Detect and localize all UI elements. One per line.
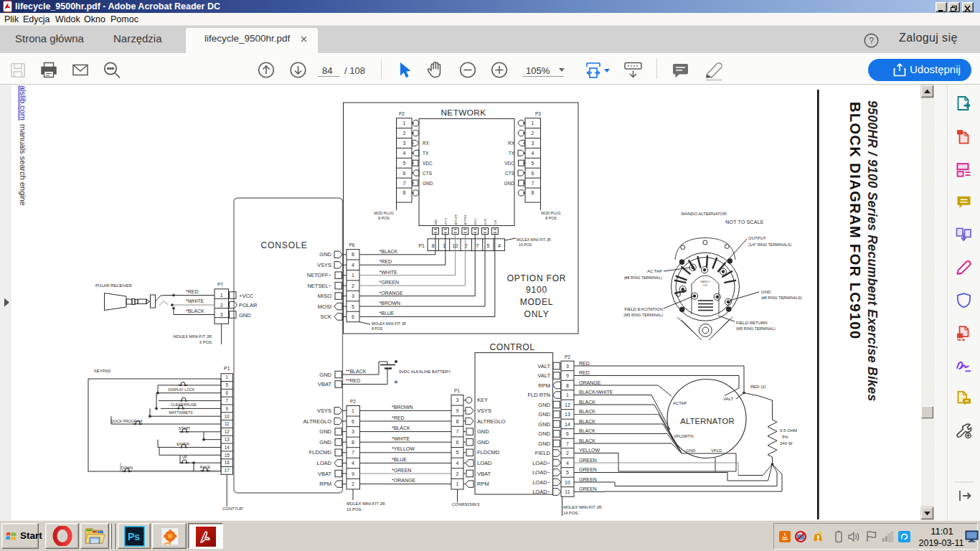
svg-text:10: 10 [565, 480, 570, 485]
svg-text:CTS: CTS [505, 171, 515, 176]
svg-text:1: 1 [225, 375, 228, 380]
svg-text:GND: GND [761, 290, 771, 294]
svg-text:3: 3 [403, 141, 406, 146]
svg-text:7: 7 [403, 181, 406, 186]
svg-text:P3: P3 [535, 111, 541, 116]
svg-text:2: 2 [566, 451, 569, 456]
svg-text:*BROWN: *BROWN [392, 405, 413, 410]
svg-text:MANDO ALTERNATOR: MANDO ALTERNATOR [681, 212, 727, 216]
svg-text:FIELD EXCITATION: FIELD EXCITATION [624, 307, 663, 311]
svg-text:GND: GND [423, 181, 433, 186]
svg-text:6: 6 [532, 171, 534, 176]
svg-text:ALTERNATOR: ALTERNATOR [680, 417, 734, 425]
svg-text:WATTS/METS: WATTS/METS [169, 410, 193, 415]
svg-text:VBAT: VBAT [318, 381, 331, 387]
svg-text:TX: TX [423, 151, 429, 156]
svg-text:5: 5 [532, 161, 534, 166]
svg-text:CONT7UP: CONT7UP [222, 507, 243, 511]
svg-text:VBAT: VBAT [318, 471, 331, 477]
svg-text:8: 8 [403, 190, 406, 195]
svg-text:MOLEX MINI-FIT JR: MOLEX MINI-FIT JR [372, 321, 406, 326]
svg-text:AC TAP: AC TAP [647, 269, 662, 273]
svg-text:7: 7 [566, 441, 569, 446]
svg-text:LOAD: LOAD [317, 460, 332, 466]
svg-text:4: 4 [403, 151, 406, 156]
svg-text:NETSEL~: NETSEL~ [307, 283, 331, 289]
svg-text:7: 7 [225, 398, 228, 403]
svg-text:8: 8 [352, 252, 354, 257]
svg-text:?: ? [869, 36, 874, 46]
svg-text:MOSI: MOSI [484, 218, 487, 226]
svg-text:1: 1 [403, 121, 406, 126]
svg-text:**BLACK: **BLACK [346, 369, 367, 374]
svg-text:5: 5 [403, 161, 406, 166]
svg-text:(M5 RING TERMINAL): (M5 RING TERMINAL) [736, 326, 776, 331]
svg-text:4: 4 [532, 151, 534, 156]
svg-text:UP: UP [182, 455, 187, 459]
svg-text:GND: GND [319, 372, 331, 378]
svg-text:ACTAP: ACTAP [673, 401, 687, 405]
svg-text:OPTION FOR: OPTION FOR [507, 273, 567, 283]
svg-text:RX: RX [508, 141, 515, 146]
svg-text:KEY: KEY [477, 397, 488, 403]
svg-text:GND: GND [477, 439, 489, 446]
svg-text:15: 15 [225, 453, 230, 458]
svg-text:6: 6 [403, 171, 406, 176]
svg-text:P1: P1 [224, 366, 230, 371]
svg-text:5: 5 [566, 470, 569, 475]
svg-text:BLACK: BLACK [579, 409, 595, 414]
svg-text:DISPLAY LOCK: DISPLAY LOCK [168, 387, 195, 392]
svg-text:GREEN: GREEN [579, 486, 597, 491]
svg-text:6: 6 [352, 314, 354, 319]
svg-text:POLAR: POLAR [239, 302, 258, 309]
svg-text:3 POS.: 3 POS. [199, 340, 213, 344]
svg-text:START: START [179, 426, 191, 430]
svg-text:2019-03-11: 2019-03-11 [918, 538, 963, 548]
svg-text:MOLEX MINI-FIT JR.: MOLEX MINI-FIT JR. [174, 334, 213, 339]
svg-text:7: 7 [352, 450, 354, 455]
svg-text:16: 16 [225, 460, 230, 465]
svg-text:VSYS: VSYS [317, 262, 331, 268]
svg-text:GND: GND [538, 421, 550, 428]
svg-text:*RED: *RED [186, 289, 199, 294]
svg-text:MOD PLUG: MOD PLUG [374, 211, 394, 215]
svg-text:1: 1 [352, 408, 354, 413]
svg-text:9: 9 [456, 408, 459, 413]
svg-text:ALTREGLO: ALTREGLO [303, 418, 332, 425]
svg-text:GND: GND [319, 251, 331, 258]
svg-text:3: 3 [220, 312, 223, 317]
svg-text:5: 5 [225, 382, 228, 387]
svg-text:RPM: RPM [477, 481, 489, 487]
svg-text:GND: GND [239, 312, 251, 319]
svg-text:*BROWN: *BROWN [380, 301, 401, 306]
svg-text:*WHITE: *WHITE [380, 270, 398, 275]
svg-text:*BLACK: *BLACK [392, 425, 410, 430]
svg-text:7: 7 [476, 242, 479, 249]
svg-text:+: + [394, 378, 398, 386]
svg-text:P2: P2 [350, 399, 356, 404]
svg-text:NETOFF: NETOFF [454, 214, 458, 226]
svg-text:3: 3 [532, 141, 534, 146]
svg-text:P7: P7 [217, 282, 223, 287]
svg-text:(#8 RING TERMINALS): (#8 RING TERMINALS) [761, 296, 802, 300]
svg-text:4: 4 [498, 242, 501, 249]
svg-text:GND: GND [538, 411, 550, 418]
svg-text:8 POS: 8 POS [378, 216, 390, 220]
svg-text:*BLUE: *BLUE [380, 311, 395, 316]
svg-text:12: 12 [225, 429, 230, 434]
svg-text:*BLACK: *BLACK [186, 309, 204, 314]
svg-text:VSYS: VSYS [444, 218, 448, 226]
svg-text:4: 4 [566, 461, 569, 466]
svg-text:*GREEN: *GREEN [380, 280, 400, 285]
svg-text:CONR9156K3: CONR9156K3 [452, 502, 480, 507]
svg-text:10: 10 [225, 414, 230, 419]
svg-text:13: 13 [565, 412, 570, 417]
svg-text:2: 2 [532, 131, 534, 136]
svg-text:9500HR / 9100 Series Recumbent: 9500HR / 9100 Series Recumbent Exercise … [865, 100, 880, 401]
svg-text:9: 9 [566, 373, 569, 378]
svg-text:NETSEL: NETSEL [463, 214, 467, 226]
svg-text:FLDCMD: FLDCMD [477, 449, 500, 456]
svg-text:+VCC: +VCC [239, 293, 254, 299]
svg-text:RACE: RACE [200, 465, 211, 469]
svg-text:10 POS.: 10 POS. [347, 507, 362, 512]
